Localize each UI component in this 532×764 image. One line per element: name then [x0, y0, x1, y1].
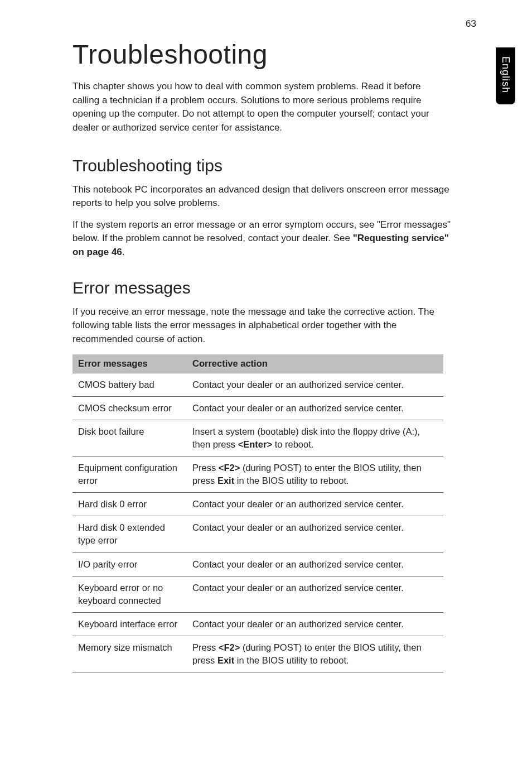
page-number: 63 [466, 18, 476, 30]
corrective-action-cell: Contact your dealer or an authorized ser… [187, 552, 443, 576]
bold-key: Exit [217, 475, 234, 486]
error-message-cell: Hard disk 0 error [72, 493, 187, 516]
table-header-error: Error messages [72, 354, 187, 373]
bold-key: Exit [217, 655, 234, 665]
table-header-row: Error messages Corrective action [72, 354, 443, 373]
table-row: I/O parity errorContact your dealer or a… [72, 552, 443, 576]
table-row: Keyboard error or no keyboard connectedC… [72, 576, 443, 612]
error-messages-table: Error messages Corrective action CMOS ba… [72, 354, 443, 672]
tips-heading: Troubleshooting tips [72, 156, 482, 175]
table-row: CMOS checksum errorContact your dealer o… [72, 396, 443, 420]
table-row: Keyboard interface errorContact your dea… [72, 612, 443, 636]
tips-paragraph-2: If the system reports an error message o… [72, 218, 452, 260]
corrective-action-cell: Press <F2> (during POST) to enter the BI… [187, 457, 443, 493]
corrective-action-cell: Contact your dealer or an authorized ser… [187, 493, 443, 516]
table-row: Hard disk 0 errorContact your dealer or … [72, 493, 443, 516]
table-header-action: Corrective action [187, 354, 443, 373]
error-message-cell: Disk boot failure [72, 420, 187, 456]
error-message-cell: CMOS checksum error [72, 396, 187, 420]
page-title: Troubleshooting [72, 39, 482, 70]
table-row: Hard disk 0 extended type errorContact y… [72, 516, 443, 552]
corrective-action-cell: Contact your dealer or an authorized ser… [187, 576, 443, 612]
error-messages-heading: Error messages [72, 278, 482, 297]
corrective-action-cell: Press <F2> (during POST) to enter the BI… [187, 636, 443, 672]
page-content: Troubleshooting This chapter shows you h… [0, 0, 532, 706]
table-row: CMOS battery badContact your dealer or a… [72, 373, 443, 396]
error-message-cell: Keyboard interface error [72, 612, 187, 636]
language-tab-label: English [500, 56, 511, 93]
table-row: Disk boot failureInsert a system (bootab… [72, 420, 443, 456]
intro-paragraph: This chapter shows you how to deal with … [72, 80, 429, 135]
error-message-cell: Hard disk 0 extended type error [72, 516, 187, 552]
language-tab: English [496, 47, 515, 104]
error-messages-intro: If you receive an error message, note th… [72, 305, 452, 347]
tips-paragraph-1: This notebook PC incorporates an advance… [72, 183, 452, 210]
error-message-cell: Memory size mismatch [72, 636, 187, 672]
corrective-action-cell: Insert a system (bootable) disk into the… [187, 420, 443, 456]
error-message-cell: CMOS battery bad [72, 373, 187, 396]
corrective-action-cell: Contact your dealer or an authorized ser… [187, 516, 443, 552]
corrective-action-cell: Contact your dealer or an authorized ser… [187, 373, 443, 396]
corrective-action-cell: Contact your dealer or an authorized ser… [187, 396, 443, 420]
bold-key: <F2> [219, 463, 240, 473]
error-message-cell: Equipment configuration error [72, 457, 187, 493]
error-message-cell: I/O parity error [72, 552, 187, 576]
bold-key: <F2> [219, 642, 240, 652]
error-message-cell: Keyboard error or no keyboard connected [72, 576, 187, 612]
tips-p2-text-c: . [122, 247, 125, 257]
bold-key: <Enter> [238, 439, 272, 449]
table-row: Equipment configuration errorPress <F2> … [72, 457, 443, 493]
table-row: Memory size mismatchPress <F2> (during P… [72, 636, 443, 672]
corrective-action-cell: Contact your dealer or an authorized ser… [187, 612, 443, 636]
